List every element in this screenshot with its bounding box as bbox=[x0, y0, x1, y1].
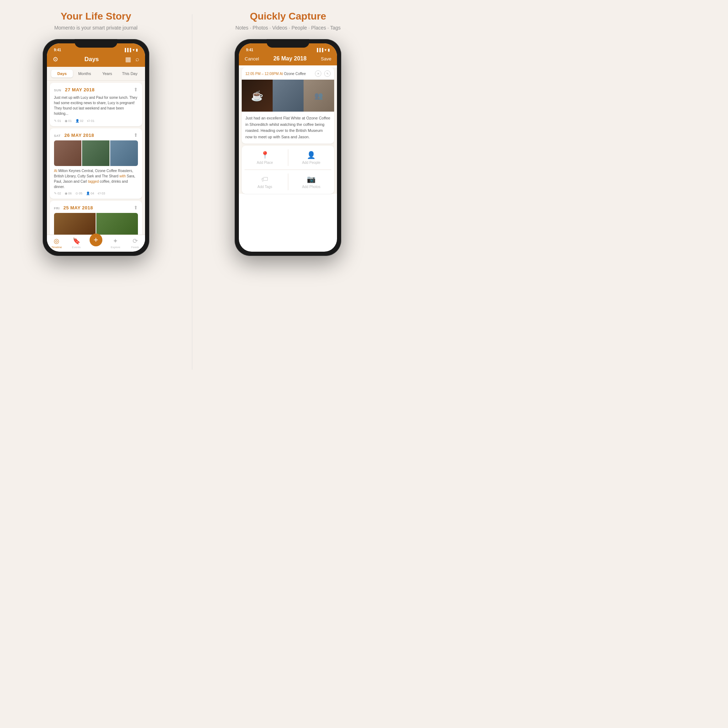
add-button[interactable]: + bbox=[90, 234, 102, 246]
day-desc-sat: At Milton Keynes Central, Ozone Coffee R… bbox=[54, 168, 138, 190]
nav-actions: ▦ ⌕ bbox=[125, 55, 139, 63]
battery-icon: ▮ bbox=[136, 48, 138, 52]
left-panel: Your Life Story Momento is your smart pr… bbox=[0, 0, 192, 384]
status-icons: ▐▐▐ ▾ ▮ bbox=[123, 48, 138, 52]
wifi-icon-2: ▾ bbox=[324, 48, 326, 52]
tab-events[interactable]: 🔖 Events bbox=[66, 237, 86, 249]
add-place-btn[interactable]: 📍 Add Place bbox=[242, 146, 288, 170]
segment-control: Days Months Years This Day bbox=[47, 67, 145, 81]
add-people-btn[interactable]: 👤 Add People bbox=[288, 146, 335, 170]
share-icon-sun[interactable]: ⬆ bbox=[134, 87, 138, 92]
day-header-sat: SAT 26 MAY 2018 ⬆ bbox=[54, 132, 138, 138]
calendar-icon[interactable]: ▦ bbox=[125, 55, 131, 63]
close-btn[interactable]: ✕ bbox=[315, 70, 321, 77]
explore-label: Explore bbox=[110, 246, 120, 249]
at-label: At bbox=[54, 169, 57, 173]
add-place-label: Add Place bbox=[257, 161, 273, 165]
stat-tag: 🏷01 bbox=[87, 119, 95, 122]
segment-days[interactable]: Days bbox=[51, 70, 73, 78]
notch bbox=[75, 39, 117, 47]
add-photos-btn[interactable]: 📷 Add Photos bbox=[288, 170, 335, 194]
add-tags-btn[interactable]: 🏷 Add Tags bbox=[242, 170, 288, 194]
status-time: 9:41 bbox=[54, 48, 61, 52]
stat-edit: ✎01 bbox=[54, 119, 61, 122]
segment-months[interactable]: Months bbox=[73, 70, 96, 78]
capture-actions: ✕ ✎ bbox=[315, 70, 330, 77]
share-icon-sat[interactable]: ⬆ bbox=[134, 132, 138, 138]
add-people-label: Add People bbox=[302, 161, 321, 165]
day-header-fri: FRI 25 MAY 2018 ⬆ bbox=[54, 204, 138, 211]
tab-add[interactable]: + bbox=[86, 237, 106, 249]
left-subtitle: Momento is your smart private journal bbox=[54, 25, 138, 31]
events-icon: 🔖 bbox=[72, 237, 80, 245]
add-actions-row2: 🏷 Add Tags 📷 Add Photos bbox=[242, 170, 334, 194]
settings-icon[interactable]: ⚙ bbox=[53, 55, 58, 63]
day-label-sat: SAT 26 MAY 2018 bbox=[54, 132, 94, 138]
search-icon[interactable]: ⌕ bbox=[135, 55, 139, 63]
edit-btn[interactable]: ✎ bbox=[324, 70, 330, 77]
capture-photos: ☕ 👥 bbox=[242, 80, 334, 112]
photo-3 bbox=[110, 141, 138, 166]
stat-tag-sat: 🏷03 bbox=[98, 191, 105, 195]
explore-icon: ✦ bbox=[113, 237, 118, 245]
time-range: 12:05 PM – 12:08PM bbox=[245, 72, 279, 76]
events-label: Events bbox=[72, 246, 80, 249]
right-phone: 9:41 ▐▐▐ ▾ ▮ Cancel 26 May 2018 Save bbox=[235, 39, 341, 256]
add-tags-label: Add Tags bbox=[257, 185, 272, 189]
status-time-2: 9:41 bbox=[246, 48, 253, 52]
capture-content: 12:05 PM – 12:08PM At Ozone Coffee ✕ ✎ bbox=[239, 67, 337, 194]
signal-icon: ▐▐▐ bbox=[123, 48, 131, 52]
tags-icon: 🏷 bbox=[261, 175, 268, 184]
timeline-icon: ◎ bbox=[54, 237, 60, 245]
capture-photo-2 bbox=[273, 80, 304, 112]
day-entry-sat: SAT 26 MAY 2018 ⬆ At Milton Keynes Centr… bbox=[50, 128, 142, 199]
capture-note[interactable]: Just had an excellent Flat White at Ozon… bbox=[242, 112, 334, 144]
with-label: with bbox=[119, 174, 126, 178]
tab-explore[interactable]: ✦ Explore bbox=[106, 237, 125, 249]
stat-ppl-sat: 👤04 bbox=[86, 191, 94, 195]
at-label-2: At bbox=[279, 72, 283, 76]
nav-header: ⚙ Days ▦ ⌕ bbox=[47, 54, 145, 67]
day-stats-sat: ✎02 ◉06 ⊙05 👤04 🏷03 bbox=[54, 191, 138, 195]
stat-loc-sat: ⊙05 bbox=[75, 191, 83, 195]
status-icons-2: ▐▐▐ ▾ ▮ bbox=[316, 48, 330, 52]
left-phone: 9:41 ▐▐▐ ▾ ▮ ⚙ Days ▦ ⌕ bbox=[43, 39, 149, 256]
phone-screen-2: 9:41 ▐▐▐ ▾ ▮ Cancel 26 May 2018 Save bbox=[239, 43, 337, 252]
battery-icon-2: ▮ bbox=[328, 48, 330, 52]
segment-years[interactable]: Years bbox=[96, 70, 118, 78]
segment-thisday[interactable]: This Day bbox=[119, 70, 141, 78]
day-header-sun: SUN 27 MAY 2018 ⬆ bbox=[54, 86, 138, 93]
left-title: Your Life Story bbox=[60, 11, 131, 22]
stat-location: ◉01 bbox=[65, 119, 72, 122]
capture-entry: 12:05 PM – 12:08PM At Ozone Coffee ✕ ✎ bbox=[242, 67, 334, 144]
photo-1 bbox=[54, 141, 81, 166]
capture-photo-3: 👥 bbox=[304, 80, 335, 112]
tab-timeline[interactable]: ◎ Timeline bbox=[47, 237, 66, 249]
right-subtitle: Notes · Photos · Videos · People · Place… bbox=[236, 25, 341, 31]
share-icon-fri[interactable]: ⬆ bbox=[134, 205, 138, 210]
capture-time-bar: 12:05 PM – 12:08PM At Ozone Coffee ✕ ✎ bbox=[242, 67, 334, 80]
tab-feeds[interactable]: ⟳ Feeds bbox=[125, 237, 145, 249]
photo-2 bbox=[82, 141, 110, 166]
day-date-fri: 25 MAY 2018 bbox=[63, 205, 93, 210]
feeds-label: Feeds bbox=[131, 246, 139, 249]
day-stats-sun: ✎01 ◉01 👤02 🏷01 bbox=[54, 119, 138, 122]
feeds-icon: ⟳ bbox=[133, 237, 138, 245]
wifi-icon: ▾ bbox=[133, 48, 135, 52]
day-text-sun: Just met up with Lucy and Paul for some … bbox=[54, 95, 138, 116]
save-button[interactable]: Save bbox=[321, 56, 332, 61]
tagged-label: tagged bbox=[88, 179, 99, 184]
add-actions-container: 📍 Add Place 👤 Add People bbox=[242, 146, 334, 194]
capture-time-text: 12:05 PM – 12:08PM At Ozone Coffee bbox=[245, 72, 306, 76]
stat-cam-sat: ◉06 bbox=[65, 191, 72, 195]
location-text: At Ozone Coffee bbox=[279, 72, 306, 76]
stat-people: 👤02 bbox=[75, 119, 84, 122]
stat-edit-sat: ✎02 bbox=[54, 191, 61, 195]
right-title: Quickly Capture bbox=[250, 11, 326, 22]
cancel-button[interactable]: Cancel bbox=[245, 56, 259, 61]
day-label-sun: SUN 27 MAY 2018 bbox=[54, 86, 95, 93]
signal-icon-2: ▐▐▐ bbox=[316, 48, 323, 52]
capture-nav: Cancel 26 May 2018 Save bbox=[239, 54, 337, 66]
add-photos-label: Add Photos bbox=[302, 185, 321, 189]
days-content: SUN 27 MAY 2018 ⬆ Just met up with Lucy … bbox=[47, 81, 145, 246]
